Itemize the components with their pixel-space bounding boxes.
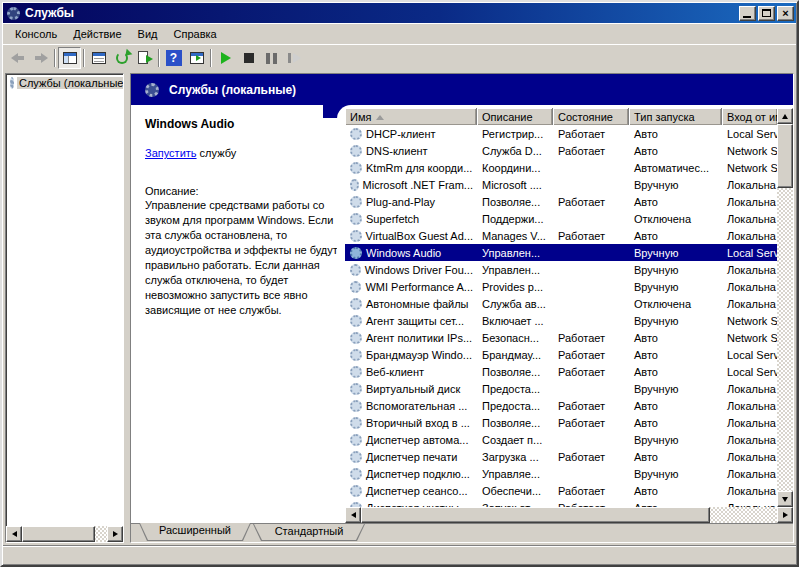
table-row[interactable]: Superfetch Поддержи... Отключена Локальн… — [345, 210, 777, 227]
service-gear-icon — [350, 179, 359, 191]
menu-help[interactable]: Справка — [166, 26, 225, 42]
restart-service-button[interactable] — [283, 47, 306, 69]
table-row[interactable]: Вспомогательная ... Предоста... Работает… — [345, 397, 777, 414]
show-console-tree-button[interactable] — [58, 47, 81, 69]
service-logon-as: Network S — [722, 162, 777, 174]
service-gear-icon — [350, 366, 362, 378]
service-gear-icon — [350, 213, 362, 225]
properties-button[interactable] — [87, 47, 110, 69]
title-bar[interactable]: Службы × — [3, 3, 796, 23]
scroll-right-button[interactable] — [107, 526, 123, 542]
scroll-up-button[interactable] — [777, 108, 793, 124]
tab-standard[interactable]: Стандартный — [253, 524, 365, 541]
service-logon-as: Локальна — [722, 434, 777, 446]
table-row[interactable]: Вторичный вход в ... Позволяе... Работае… — [345, 414, 777, 431]
table-row[interactable]: Веб-клиент Позволяе... Работает Авто Loc… — [345, 363, 777, 380]
table-row[interactable]: Microsoft .NET Fram... Microsoft .... Вр… — [345, 176, 777, 193]
table-row[interactable]: VirtualBox Guest Ad... Manages V... Рабо… — [345, 227, 777, 244]
menu-view[interactable]: Вид — [130, 26, 166, 42]
service-startup-type: Вручную — [629, 468, 722, 480]
scrollbar-track[interactable] — [95, 526, 107, 542]
table-row[interactable]: DHCP-клиент Регистрир... Работает Авто L… — [345, 125, 777, 142]
table-row[interactable]: KtmRm для коорди... Координи... Автомати… — [345, 159, 777, 176]
service-gear-icon — [350, 298, 362, 310]
list-vertical-scrollbar[interactable] — [777, 108, 793, 507]
menu-action[interactable]: Действие — [65, 26, 129, 42]
table-row[interactable]: Агент защиты сет... Включает ... Вручную… — [345, 312, 777, 329]
table-row[interactable]: Агент политики IPs... Безопасн... Работа… — [345, 329, 777, 346]
scroll-left-button[interactable] — [6, 526, 22, 542]
table-row[interactable]: Виртуальный диск Предоста... Вручную Лок… — [345, 380, 777, 397]
minimize-button[interactable] — [739, 6, 756, 21]
service-name: Вторичный вход в ... — [366, 417, 470, 429]
column-header-logon-as[interactable]: Вход от им — [722, 108, 777, 125]
toolbar-separator — [54, 49, 56, 67]
table-row[interactable]: Диспетчер подклю... Управляе... Вручную … — [345, 465, 777, 482]
table-row[interactable]: Диспетчер печати Загрузка ... Работает А… — [345, 448, 777, 465]
service-status: Работает — [553, 349, 629, 361]
help-button[interactable]: ? — [162, 47, 185, 69]
start-service-icon — [221, 52, 231, 64]
service-description: Координи... — [477, 162, 553, 174]
tab-extended[interactable]: Расширенный — [139, 523, 251, 541]
column-header-status[interactable]: Состояние — [553, 108, 629, 125]
service-status: Работает — [553, 230, 629, 242]
services-app-icon — [7, 7, 20, 20]
menu-console[interactable]: Консоль — [7, 26, 65, 42]
table-row[interactable]: Windows Driver Fou... Управлен... Вручну… — [345, 261, 777, 278]
scrollbar-thumb[interactable] — [361, 507, 710, 523]
stop-service-button[interactable] — [237, 47, 260, 69]
service-description: Manages V... — [477, 230, 553, 242]
service-gear-icon — [350, 162, 362, 174]
service-startup-type: Авто — [629, 196, 722, 208]
scrollbar-thumb[interactable] — [22, 526, 95, 542]
pause-service-button[interactable] — [260, 47, 283, 69]
scrollbar-track[interactable] — [777, 188, 793, 491]
list-horizontal-scrollbar[interactable] — [345, 507, 793, 523]
tree-item-services-local[interactable]: Службы (локальные) — [6, 74, 123, 91]
service-startup-type: Авто — [629, 400, 722, 412]
forward-button[interactable] — [29, 47, 52, 69]
table-row[interactable]: Windows Audio Управлен... Вручную Local … — [345, 244, 777, 261]
scroll-right-button[interactable] — [777, 507, 793, 523]
service-description: Предоста... — [477, 383, 553, 395]
service-name: Автономные файлы — [366, 298, 469, 310]
maximize-button[interactable] — [758, 6, 775, 21]
service-logon-as: Локальна — [722, 298, 777, 310]
back-button[interactable] — [6, 47, 29, 69]
service-description: Обеспечи... — [477, 485, 553, 497]
table-row[interactable]: Диспетчер учетны... Запуск ат... Работае… — [345, 499, 777, 507]
table-row[interactable]: DNS-клиент Служба D... Работает Авто Net… — [345, 142, 777, 159]
scroll-left-button[interactable] — [345, 507, 361, 523]
column-header-startup-type[interactable]: Тип запуска — [629, 108, 722, 125]
start-service-button[interactable] — [214, 47, 237, 69]
service-gear-icon — [350, 349, 362, 361]
scrollbar-thumb[interactable] — [777, 124, 793, 188]
tree-horizontal-scrollbar[interactable] — [6, 526, 123, 542]
close-button[interactable]: × — [777, 6, 794, 21]
table-row[interactable]: Автономные файлы Служба ав... Отключена … — [345, 295, 777, 312]
service-gear-icon — [350, 332, 362, 344]
taskpad-banner: Службы (локальные) — [131, 74, 793, 105]
maximize-icon — [762, 9, 771, 17]
table-row[interactable]: WMI Performance A... Provides p... Вручн… — [345, 278, 777, 295]
table-row[interactable]: Диспетчер сеансо... Обеспечи... Работает… — [345, 482, 777, 499]
column-header-description[interactable]: Описание — [477, 108, 553, 125]
service-startup-type: Авто — [629, 332, 722, 344]
service-status: Работает — [553, 128, 629, 140]
new-window-button[interactable] — [185, 47, 208, 69]
table-row[interactable]: Диспетчер автома... Создает п... Вручную… — [345, 431, 777, 448]
export-list-button[interactable] — [133, 47, 156, 69]
table-row[interactable]: Plug-and-Play Позволяе... Работает Авто … — [345, 193, 777, 210]
start-service-link[interactable]: Запустить — [145, 147, 197, 159]
column-header-name[interactable]: Имя — [345, 108, 477, 125]
services-window: Службы × Консоль Действие Вид Справка — [0, 0, 799, 567]
service-logon-as: Локальна — [722, 213, 777, 225]
service-startup-type: Вручную — [629, 264, 722, 276]
table-row[interactable]: Брандмауэр Windo... Брандмау... Работает… — [345, 346, 777, 363]
service-gear-icon — [350, 383, 362, 395]
refresh-button[interactable] — [110, 47, 133, 69]
scroll-down-button[interactable] — [777, 491, 793, 507]
scrollbar-track[interactable] — [710, 507, 777, 523]
service-gear-icon — [350, 281, 361, 293]
